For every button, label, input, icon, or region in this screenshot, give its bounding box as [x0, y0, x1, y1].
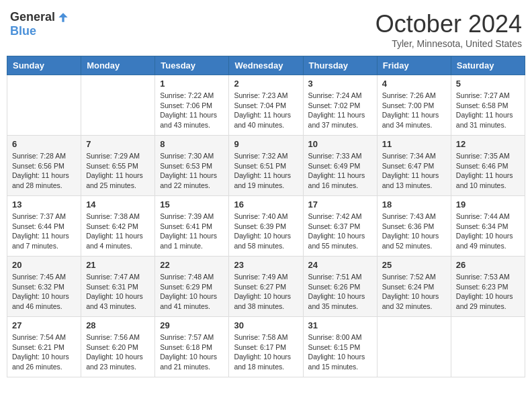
table-row: 9Sunrise: 7:32 AMSunset: 6:51 PMDaylight… — [229, 136, 303, 196]
calendar-table: Sunday Monday Tuesday Wednesday Thursday… — [7, 56, 525, 377]
day-number: 28 — [86, 320, 150, 330]
table-row: 31Sunrise: 8:00 AMSunset: 6:15 PMDayligh… — [303, 317, 377, 377]
day-info: Sunrise: 7:28 AMSunset: 6:56 PMDaylight:… — [12, 151, 76, 191]
day-number: 19 — [456, 199, 520, 210]
calendar-week-row: 1Sunrise: 7:22 AMSunset: 7:06 PMDaylight… — [7, 75, 525, 136]
table-row: 24Sunrise: 7:51 AMSunset: 6:26 PMDayligh… — [303, 257, 377, 317]
calendar-week-row: 13Sunrise: 7:37 AMSunset: 6:44 PMDayligh… — [7, 196, 525, 257]
title-section: October 2024 Tyler, Minnesota, United St… — [375, 10, 522, 49]
calendar-header-row: Sunday Monday Tuesday Wednesday Thursday… — [7, 56, 525, 75]
table-row: 15Sunrise: 7:39 AMSunset: 6:41 PMDayligh… — [155, 196, 229, 257]
day-info: Sunrise: 7:48 AMSunset: 6:29 PMDaylight:… — [160, 272, 224, 312]
day-number: 14 — [86, 199, 150, 210]
table-row: 28Sunrise: 7:56 AMSunset: 6:20 PMDayligh… — [81, 317, 155, 377]
table-row: 11Sunrise: 7:34 AMSunset: 6:47 PMDayligh… — [377, 136, 451, 196]
col-tuesday: Tuesday — [155, 56, 229, 75]
day-info: Sunrise: 7:34 AMSunset: 6:47 PMDaylight:… — [382, 151, 446, 191]
day-number: 8 — [160, 139, 224, 149]
table-row: 21Sunrise: 7:47 AMSunset: 6:31 PMDayligh… — [81, 257, 155, 317]
day-info: Sunrise: 7:44 AMSunset: 6:34 PMDaylight:… — [456, 212, 520, 251]
table-row: 26Sunrise: 7:53 AMSunset: 6:23 PMDayligh… — [451, 257, 525, 317]
col-wednesday: Wednesday — [229, 56, 303, 75]
day-number: 5 — [456, 79, 520, 89]
day-info: Sunrise: 7:51 AMSunset: 6:26 PMDaylight:… — [308, 272, 372, 312]
day-info: Sunrise: 7:53 AMSunset: 6:23 PMDaylight:… — [456, 272, 520, 312]
table-row: 22Sunrise: 7:48 AMSunset: 6:29 PMDayligh… — [155, 257, 229, 317]
table-row — [81, 75, 155, 136]
day-number: 25 — [382, 260, 446, 270]
day-number: 16 — [234, 199, 298, 210]
col-saturday: Saturday — [451, 56, 525, 75]
day-info: Sunrise: 7:56 AMSunset: 6:20 PMDaylight:… — [86, 332, 150, 372]
day-number: 13 — [12, 199, 76, 210]
col-monday: Monday — [81, 56, 155, 75]
day-number: 7 — [86, 139, 150, 149]
day-number: 26 — [456, 260, 520, 270]
day-number: 12 — [456, 139, 520, 149]
table-row: 13Sunrise: 7:37 AMSunset: 6:44 PMDayligh… — [7, 196, 81, 257]
logo: General Blue — [10, 10, 70, 38]
day-info: Sunrise: 7:27 AMSunset: 6:58 PMDaylight:… — [456, 91, 520, 130]
table-row: 12Sunrise: 7:35 AMSunset: 6:46 PMDayligh… — [451, 136, 525, 196]
day-number: 9 — [234, 139, 298, 149]
calendar-week-row: 20Sunrise: 7:45 AMSunset: 6:32 PMDayligh… — [7, 257, 525, 317]
col-thursday: Thursday — [303, 56, 377, 75]
day-info: Sunrise: 7:39 AMSunset: 6:41 PMDaylight:… — [160, 212, 224, 251]
table-row — [377, 317, 451, 377]
logo-icon — [56, 11, 70, 24]
day-number: 31 — [308, 320, 372, 330]
table-row: 23Sunrise: 7:49 AMSunset: 6:27 PMDayligh… — [229, 257, 303, 317]
day-info: Sunrise: 8:00 AMSunset: 6:15 PMDaylight:… — [308, 332, 372, 372]
day-info: Sunrise: 7:58 AMSunset: 6:17 PMDaylight:… — [234, 332, 298, 372]
day-number: 1 — [160, 79, 224, 89]
day-info: Sunrise: 7:35 AMSunset: 6:46 PMDaylight:… — [456, 151, 520, 191]
day-number: 24 — [308, 260, 372, 270]
month-title: October 2024 — [375, 10, 522, 38]
calendar-week-row: 27Sunrise: 7:54 AMSunset: 6:21 PMDayligh… — [7, 317, 525, 377]
table-row: 29Sunrise: 7:57 AMSunset: 6:18 PMDayligh… — [155, 317, 229, 377]
table-row: 30Sunrise: 7:58 AMSunset: 6:17 PMDayligh… — [229, 317, 303, 377]
logo-blue-text: Blue — [10, 24, 36, 38]
day-number: 30 — [234, 320, 298, 330]
table-row: 10Sunrise: 7:33 AMSunset: 6:49 PMDayligh… — [303, 136, 377, 196]
col-sunday: Sunday — [7, 56, 81, 75]
day-number: 15 — [160, 199, 224, 210]
day-info: Sunrise: 7:40 AMSunset: 6:39 PMDaylight:… — [234, 212, 298, 251]
day-info: Sunrise: 7:52 AMSunset: 6:24 PMDaylight:… — [382, 272, 446, 312]
day-number: 3 — [308, 79, 372, 89]
location-text: Tyler, Minnesota, United States — [375, 38, 522, 49]
page-header: General Blue October 2024 Tyler, Minneso… — [7, 7, 525, 49]
table-row: 14Sunrise: 7:38 AMSunset: 6:42 PMDayligh… — [81, 196, 155, 257]
day-info: Sunrise: 7:26 AMSunset: 7:00 PMDaylight:… — [382, 91, 446, 130]
table-row: 17Sunrise: 7:42 AMSunset: 6:37 PMDayligh… — [303, 196, 377, 257]
table-row: 19Sunrise: 7:44 AMSunset: 6:34 PMDayligh… — [451, 196, 525, 257]
table-row: 2Sunrise: 7:23 AMSunset: 7:04 PMDaylight… — [229, 75, 303, 136]
day-number: 20 — [12, 260, 76, 270]
day-number: 22 — [160, 260, 224, 270]
table-row: 27Sunrise: 7:54 AMSunset: 6:21 PMDayligh… — [7, 317, 81, 377]
table-row: 1Sunrise: 7:22 AMSunset: 7:06 PMDaylight… — [155, 75, 229, 136]
day-info: Sunrise: 7:42 AMSunset: 6:37 PMDaylight:… — [308, 212, 372, 251]
day-info: Sunrise: 7:23 AMSunset: 7:04 PMDaylight:… — [234, 91, 298, 130]
table-row: 16Sunrise: 7:40 AMSunset: 6:39 PMDayligh… — [229, 196, 303, 257]
day-info: Sunrise: 7:29 AMSunset: 6:55 PMDaylight:… — [86, 151, 150, 191]
day-info: Sunrise: 7:49 AMSunset: 6:27 PMDaylight:… — [234, 272, 298, 312]
table-row: 6Sunrise: 7:28 AMSunset: 6:56 PMDaylight… — [7, 136, 81, 196]
day-info: Sunrise: 7:38 AMSunset: 6:42 PMDaylight:… — [86, 212, 150, 251]
table-row: 4Sunrise: 7:26 AMSunset: 7:00 PMDaylight… — [377, 75, 451, 136]
day-info: Sunrise: 7:30 AMSunset: 6:53 PMDaylight:… — [160, 151, 224, 191]
table-row: 8Sunrise: 7:30 AMSunset: 6:53 PMDaylight… — [155, 136, 229, 196]
table-row: 3Sunrise: 7:24 AMSunset: 7:02 PMDaylight… — [303, 75, 377, 136]
day-number: 2 — [234, 79, 298, 89]
table-row: 25Sunrise: 7:52 AMSunset: 6:24 PMDayligh… — [377, 257, 451, 317]
day-info: Sunrise: 7:32 AMSunset: 6:51 PMDaylight:… — [234, 151, 298, 191]
day-info: Sunrise: 7:57 AMSunset: 6:18 PMDaylight:… — [160, 332, 224, 372]
table-row: 20Sunrise: 7:45 AMSunset: 6:32 PMDayligh… — [7, 257, 81, 317]
day-info: Sunrise: 7:47 AMSunset: 6:31 PMDaylight:… — [86, 272, 150, 312]
day-number: 4 — [382, 79, 446, 89]
day-number: 29 — [160, 320, 224, 330]
day-number: 11 — [382, 139, 446, 149]
day-number: 21 — [86, 260, 150, 270]
day-info: Sunrise: 7:54 AMSunset: 6:21 PMDaylight:… — [12, 332, 76, 372]
day-number: 17 — [308, 199, 372, 210]
